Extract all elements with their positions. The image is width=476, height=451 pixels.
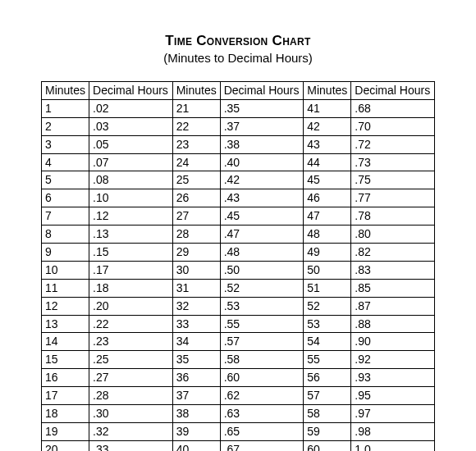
table-row: 7.1227.4547.78 <box>42 207 435 226</box>
cell-decimal: .38 <box>220 135 304 153</box>
cell-minutes: 24 <box>172 153 220 171</box>
cell-decimal: .93 <box>351 369 435 387</box>
cell-decimal: .37 <box>220 117 304 135</box>
cell-decimal: .70 <box>351 117 435 135</box>
cell-minutes: 22 <box>172 117 220 135</box>
cell-decimal: .30 <box>89 405 173 423</box>
cell-decimal: .87 <box>351 297 435 315</box>
cell-minutes: 13 <box>42 315 89 333</box>
table-row: 3.0523.3843.72 <box>42 135 435 153</box>
cell-decimal: .32 <box>89 422 173 440</box>
cell-decimal: .35 <box>220 99 304 117</box>
cell-decimal: .77 <box>351 189 435 207</box>
cell-minutes: 58 <box>304 405 351 423</box>
document-page: Time Conversion Chart (Minutes to Decima… <box>0 0 476 451</box>
table-row: 16.2736.6056.93 <box>42 369 435 387</box>
table-row: 15.2535.5855.92 <box>42 351 435 369</box>
cell-decimal: .50 <box>220 261 304 279</box>
cell-decimal: .97 <box>351 405 435 423</box>
cell-minutes: 52 <box>304 297 351 315</box>
cell-decimal: .90 <box>351 333 435 351</box>
cell-minutes: 30 <box>172 261 220 279</box>
cell-minutes: 50 <box>304 261 351 279</box>
header-decimal-2: Decimal Hours <box>220 82 304 100</box>
page-subtitle: (Minutes to Decimal Hours) <box>41 51 435 65</box>
cell-decimal: .23 <box>89 333 173 351</box>
cell-minutes: 10 <box>42 261 89 279</box>
cell-minutes: 25 <box>172 171 220 189</box>
cell-minutes: 45 <box>304 171 351 189</box>
cell-minutes: 8 <box>42 226 89 244</box>
cell-decimal: .85 <box>351 279 435 297</box>
cell-decimal: .20 <box>89 297 173 315</box>
header-minutes-3: Minutes <box>304 82 351 100</box>
table-header-row: Minutes Decimal Hours Minutes Decimal Ho… <box>42 82 435 100</box>
cell-minutes: 27 <box>172 207 220 226</box>
cell-minutes: 36 <box>172 369 220 387</box>
table-row: 14.2334.5754.90 <box>42 333 435 351</box>
header-decimal-3: Decimal Hours <box>351 82 435 100</box>
cell-decimal: .08 <box>89 171 173 189</box>
cell-minutes: 20 <box>42 440 89 451</box>
cell-decimal: .25 <box>89 351 173 369</box>
cell-decimal: .28 <box>89 387 173 405</box>
cell-decimal: .43 <box>220 189 304 207</box>
cell-minutes: 54 <box>304 333 351 351</box>
cell-minutes: 60 <box>304 440 351 451</box>
cell-minutes: 5 <box>42 171 89 189</box>
cell-minutes: 23 <box>172 135 220 153</box>
cell-minutes: 18 <box>42 405 89 423</box>
cell-minutes: 26 <box>172 189 220 207</box>
cell-decimal: .92 <box>351 351 435 369</box>
cell-decimal: .78 <box>351 207 435 226</box>
cell-decimal: .75 <box>351 171 435 189</box>
cell-decimal: .82 <box>351 244 435 262</box>
table-row: 4.0724.4044.73 <box>42 153 435 171</box>
cell-minutes: 56 <box>304 369 351 387</box>
cell-minutes: 34 <box>172 333 220 351</box>
cell-minutes: 51 <box>304 279 351 297</box>
table-row: 6.1026.4346.77 <box>42 189 435 207</box>
cell-decimal: .47 <box>220 226 304 244</box>
cell-minutes: 17 <box>42 387 89 405</box>
cell-minutes: 48 <box>304 226 351 244</box>
cell-minutes: 35 <box>172 351 220 369</box>
cell-decimal: .67 <box>220 440 304 451</box>
table-row: 8.1328.4748.80 <box>42 226 435 244</box>
cell-minutes: 44 <box>304 153 351 171</box>
cell-decimal: .80 <box>351 226 435 244</box>
table-row: 20.3340.67601.0 <box>42 440 435 451</box>
cell-decimal: .45 <box>220 207 304 226</box>
cell-minutes: 19 <box>42 422 89 440</box>
title-block: Time Conversion Chart (Minutes to Decima… <box>41 33 435 65</box>
cell-decimal: .58 <box>220 351 304 369</box>
cell-decimal: .57 <box>220 333 304 351</box>
cell-decimal: .42 <box>220 171 304 189</box>
cell-decimal: .83 <box>351 261 435 279</box>
table-row: 2.0322.3742.70 <box>42 117 435 135</box>
cell-minutes: 28 <box>172 226 220 244</box>
cell-decimal: .98 <box>351 422 435 440</box>
cell-minutes: 53 <box>304 315 351 333</box>
cell-decimal: .07 <box>89 153 173 171</box>
cell-minutes: 12 <box>42 297 89 315</box>
cell-decimal: .60 <box>220 369 304 387</box>
table-row: 10.1730.5050.83 <box>42 261 435 279</box>
cell-decimal: .72 <box>351 135 435 153</box>
cell-minutes: 9 <box>42 244 89 262</box>
cell-minutes: 1 <box>42 99 89 117</box>
cell-minutes: 39 <box>172 422 220 440</box>
cell-minutes: 40 <box>172 440 220 451</box>
cell-minutes: 31 <box>172 279 220 297</box>
table-row: 13.2233.5553.88 <box>42 315 435 333</box>
conversion-table: Minutes Decimal Hours Minutes Decimal Ho… <box>41 81 435 451</box>
table-row: 5.0825.4245.75 <box>42 171 435 189</box>
cell-minutes: 11 <box>42 279 89 297</box>
cell-minutes: 6 <box>42 189 89 207</box>
table-row: 19.3239.6559.98 <box>42 422 435 440</box>
cell-minutes: 43 <box>304 135 351 153</box>
cell-decimal: .03 <box>89 117 173 135</box>
cell-decimal: .55 <box>220 315 304 333</box>
cell-minutes: 3 <box>42 135 89 153</box>
cell-minutes: 32 <box>172 297 220 315</box>
